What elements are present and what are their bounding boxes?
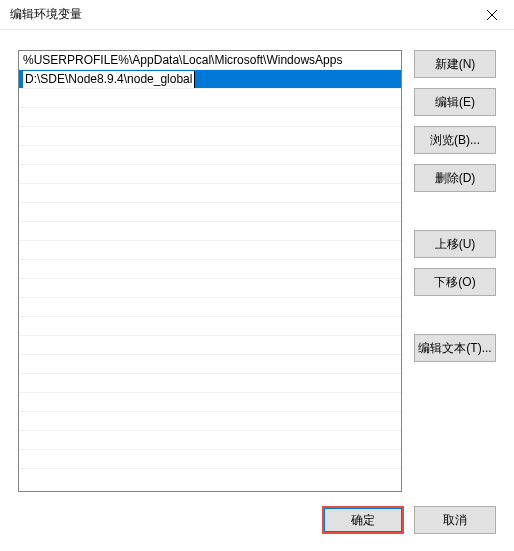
list-empty-row[interactable] [19,260,401,279]
close-button[interactable] [469,0,514,30]
dialog-content: %USERPROFILE%\AppData\Local\Microsoft\Wi… [0,30,514,551]
main-area: %USERPROFILE%\AppData\Local\Microsoft\Wi… [18,50,496,492]
new-button[interactable]: 新建(N) [414,50,496,78]
path-listbox[interactable]: %USERPROFILE%\AppData\Local\Microsoft\Wi… [18,50,402,492]
list-empty-row[interactable] [19,298,401,317]
list-empty-row[interactable] [19,127,401,146]
list-empty-row[interactable] [19,165,401,184]
list-empty-row[interactable] [19,203,401,222]
list-empty-row[interactable] [19,393,401,412]
ok-button[interactable]: 确定 [322,506,404,534]
spacer [414,202,496,230]
bottom-buttons: 确定 取消 [18,506,496,534]
titlebar: 编辑环境变量 [0,0,514,30]
move-up-button[interactable]: 上移(U) [414,230,496,258]
list-item-edit-field[interactable]: D:\SDE\Node8.9.4\node_global [23,71,195,88]
list-item[interactable]: D:\SDE\Node8.9.4\node_global [19,70,401,89]
list-empty-row[interactable] [19,222,401,241]
list-empty-row[interactable] [19,89,401,108]
browse-button[interactable]: 浏览(B)... [414,126,496,154]
move-down-button[interactable]: 下移(O) [414,268,496,296]
list-empty-row[interactable] [19,146,401,165]
list-item[interactable]: %USERPROFILE%\AppData\Local\Microsoft\Wi… [19,51,401,70]
button-column: 新建(N) 编辑(E) 浏览(B)... 删除(D) 上移(U) 下移(O) 编… [414,50,496,492]
list-empty-row[interactable] [19,184,401,203]
list-empty-row[interactable] [19,241,401,260]
edit-button[interactable]: 编辑(E) [414,88,496,116]
list-empty-row[interactable] [19,108,401,127]
edit-text-button[interactable]: 编辑文本(T)... [414,334,496,362]
list-empty-row[interactable] [19,374,401,393]
cancel-button[interactable]: 取消 [414,506,496,534]
list-empty-row[interactable] [19,317,401,336]
list-empty-row[interactable] [19,450,401,469]
list-empty-row[interactable] [19,355,401,374]
list-empty-row[interactable] [19,336,401,355]
list-empty-row[interactable] [19,279,401,298]
window-title: 编辑环境变量 [10,6,82,23]
spacer [414,306,496,334]
list-empty-row[interactable] [19,431,401,450]
delete-button[interactable]: 删除(D) [414,164,496,192]
close-icon [487,10,497,20]
list-empty-row[interactable] [19,412,401,431]
